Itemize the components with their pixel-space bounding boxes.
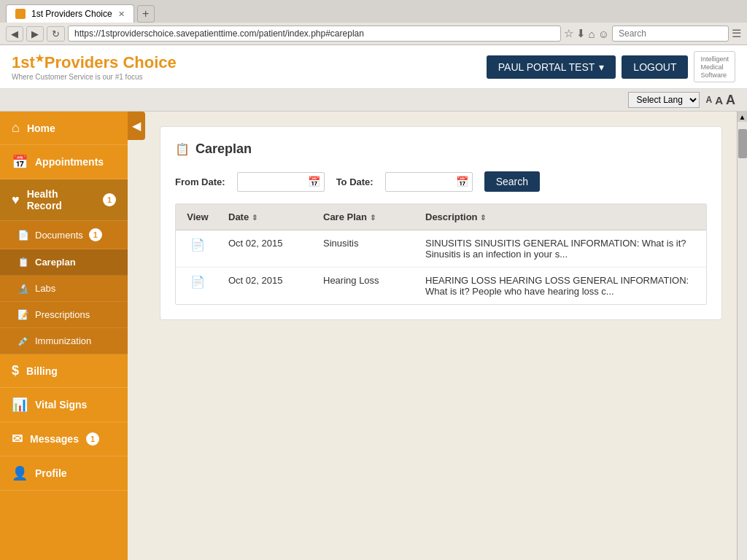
view-doc-icon-1[interactable]: 📄	[190, 276, 205, 288]
document-icon: 📄	[18, 230, 29, 241]
to-date-label: To Date:	[336, 176, 374, 187]
sidebar-label-home: Home	[27, 122, 55, 134]
sidebar-item-vital-signs[interactable]: 📊 Vital Signs	[0, 388, 128, 422]
col-header-plan[interactable]: Care Plan ⇕	[314, 204, 417, 230]
plan-sort-icon: ⇕	[370, 214, 376, 222]
tab-label: 1st Providers Choice	[31, 9, 112, 19]
sidebar-label-vitals: Vital Signs	[35, 399, 87, 411]
font-small-btn[interactable]: A	[705, 93, 712, 108]
sidebar: ⌂ Home 📅 Appointments ♥ Health Record 1 …	[0, 112, 128, 560]
user-arrow: ▾	[599, 61, 604, 73]
submenu-label-documents: Documents	[35, 230, 83, 241]
scroll-up-btn[interactable]: ▲	[738, 112, 748, 122]
bookmark-icon[interactable]: ☆	[564, 27, 573, 40]
submenu-label-labs: Labs	[35, 283, 55, 294]
url-bar[interactable]	[68, 26, 561, 42]
home-nav-icon[interactable]: ⌂	[589, 28, 595, 40]
table-row: 📄 Oct 02, 2015 Hearing Loss HEARING LOSS…	[176, 268, 706, 305]
menu-icon[interactable]: ☰	[732, 27, 741, 40]
content-area: 📋 Careplan From Date: 📅 To Date: 📅 Searc…	[145, 112, 737, 560]
desc-sort-icon: ⇕	[480, 214, 486, 222]
view-doc-icon-0[interactable]: 📄	[190, 238, 205, 251]
sidebar-collapse-btn[interactable]: ◀	[128, 112, 145, 140]
submenu-item-prescriptions[interactable]: 📝 Prescriptions	[0, 302, 128, 328]
calendar-icon: 📅	[12, 154, 28, 170]
health-submenu: 📄 Documents 1 📋 Careplan 🔬 Labs 📝 Prescr…	[0, 221, 128, 354]
sidebar-item-profile[interactable]: 👤 Profile	[0, 456, 128, 491]
sidebar-item-billing[interactable]: $ Billing	[0, 354, 128, 388]
user-nav-icon[interactable]: ☺	[598, 28, 609, 40]
language-select[interactable]: Select Lang	[628, 92, 700, 108]
user-menu-btn[interactable]: PAUL PORTAL TEST ▾	[487, 55, 616, 79]
plan-cell-0: Sinusitis	[314, 230, 417, 268]
date-cell-0: Oct 02, 2015	[220, 230, 314, 268]
tab-close-btn[interactable]: ✕	[118, 9, 125, 19]
description-cell-0: SINUSITIS SINUSITIS GENERAL INFORMATION:…	[417, 230, 706, 268]
submenu-item-immunization[interactable]: 💉 Immunization	[0, 328, 128, 354]
table-row: 📄 Oct 02, 2015 Sinusitis SINUSITIS SINUS…	[176, 230, 706, 268]
date-cell-1: Oct 02, 2015	[220, 268, 314, 305]
submenu-label-prescriptions: Prescriptions	[35, 309, 90, 320]
careplan-icon: 📋	[18, 257, 29, 268]
sidebar-item-appointments[interactable]: 📅 Appointments	[0, 145, 128, 179]
back-btn[interactable]: ◀	[6, 26, 23, 42]
scrollbar[interactable]: ▲ ▼	[737, 112, 747, 560]
labs-icon: 🔬	[18, 283, 29, 294]
col-header-date[interactable]: Date ⇕	[220, 204, 314, 230]
billing-icon: $	[12, 363, 19, 378]
search-button[interactable]: Search	[484, 171, 540, 192]
forward-btn[interactable]: ▶	[26, 26, 44, 42]
careplan-card: 📋 Careplan From Date: 📅 To Date: 📅 Searc…	[160, 126, 722, 320]
sidebar-label-profile: Profile	[35, 467, 67, 479]
sidebar-label-appointments: Appointments	[35, 156, 104, 168]
submenu-item-documents[interactable]: 📄 Documents 1	[0, 221, 128, 249]
documents-badge: 1	[89, 228, 102, 241]
logo-subtitle: Where Customer Service is our #1 focus	[12, 73, 487, 81]
sidebar-item-messages[interactable]: ✉ Messages 1	[0, 422, 128, 456]
submenu-label-careplan: Careplan	[35, 257, 76, 268]
view-cell-1: 📄	[176, 268, 220, 305]
date-sort-icon: ⇕	[252, 214, 258, 222]
collapse-icon: ◀	[132, 120, 141, 132]
submenu-item-labs[interactable]: 🔬 Labs	[0, 276, 128, 302]
logo-text: 1st	[12, 54, 35, 72]
from-date-label: From Date:	[175, 176, 225, 187]
to-date-calendar-icon[interactable]: 📅	[456, 176, 468, 187]
profile-icon: 👤	[12, 465, 28, 481]
health-icon: ♥	[12, 192, 20, 208]
careplan-table: View Date ⇕ Care Plan ⇕ Description ⇕	[176, 204, 706, 304]
sidebar-item-home[interactable]: ⌂ Home	[0, 112, 128, 145]
from-date-calendar-icon[interactable]: 📅	[308, 176, 320, 187]
download-icon[interactable]: ⬇	[576, 27, 586, 40]
health-badge: 1	[103, 193, 116, 206]
refresh-btn[interactable]: ↻	[47, 26, 65, 42]
browser-tab[interactable]: 1st Providers Choice ✕	[6, 4, 134, 23]
col-header-description[interactable]: Description ⇕	[417, 204, 706, 230]
scroll-track[interactable]	[738, 122, 748, 560]
tab-favicon	[15, 9, 26, 19]
careplan-title: 📋 Careplan	[175, 141, 707, 157]
careplan-table-wrap: View Date ⇕ Care Plan ⇕ Description ⇕	[175, 203, 707, 305]
ims-logo: IntelligentMedicalSoftware	[694, 51, 735, 82]
view-cell-0: 📄	[176, 230, 220, 268]
new-tab-btn[interactable]: +	[137, 5, 155, 23]
logout-btn[interactable]: LOGOUT	[622, 55, 688, 79]
submenu-label-immunization: Immunization	[35, 335, 91, 346]
font-large-btn[interactable]: A	[726, 93, 735, 108]
vitals-icon: 📊	[12, 397, 28, 413]
messages-badge: 1	[86, 432, 99, 446]
plan-cell-1: Hearing Loss	[314, 268, 417, 305]
sidebar-label-billing: Billing	[26, 365, 58, 377]
scroll-thumb[interactable]	[738, 129, 747, 158]
careplan-title-icon: 📋	[175, 142, 190, 156]
logo-area: 1st★Providers Choice Where Customer Serv…	[12, 52, 487, 80]
immunization-icon: 💉	[18, 335, 29, 346]
submenu-item-careplan[interactable]: 📋 Careplan	[0, 249, 128, 276]
browser-search-input[interactable]	[612, 26, 729, 42]
sidebar-label-health: Health Record	[27, 188, 96, 211]
sidebar-label-messages: Messages	[30, 433, 79, 445]
font-medium-btn[interactable]: A	[715, 93, 723, 108]
sidebar-item-health-record[interactable]: ♥ Health Record 1	[0, 179, 128, 221]
logo-title: 1st★Providers Choice	[12, 52, 487, 72]
messages-icon: ✉	[12, 431, 23, 447]
